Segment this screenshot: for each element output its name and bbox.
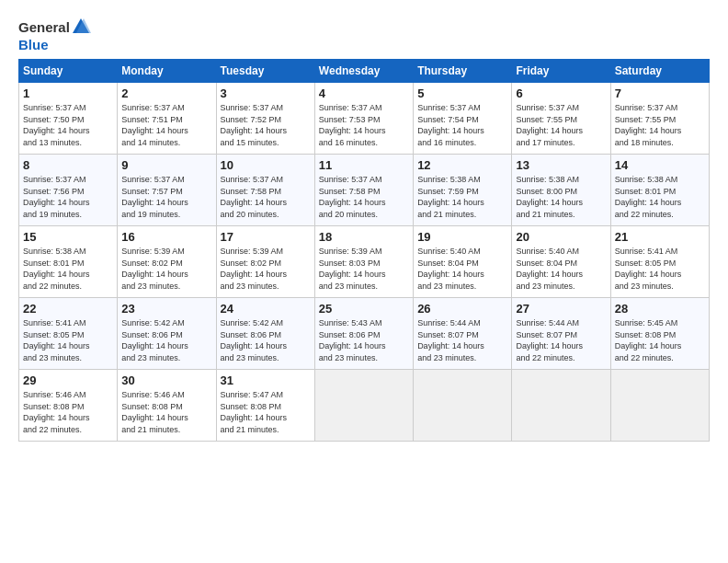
calendar-cell: 5 Sunrise: 5:37 AMSunset: 7:54 PMDayligh… [414, 83, 512, 155]
day-detail: Sunrise: 5:38 AMSunset: 8:01 PMDaylight:… [23, 247, 90, 291]
day-number: 20 [516, 230, 606, 244]
day-number: 8 [23, 158, 113, 172]
day-detail: Sunrise: 5:46 AMSunset: 8:08 PMDaylight:… [23, 390, 90, 434]
calendar-cell: 2 Sunrise: 5:37 AMSunset: 7:51 PMDayligh… [118, 83, 216, 155]
day-number: 22 [23, 302, 113, 316]
calendar-cell [314, 370, 413, 442]
calendar-cell: 4 Sunrise: 5:37 AMSunset: 7:53 PMDayligh… [314, 83, 413, 155]
calendar-cell [610, 370, 709, 442]
day-number: 14 [615, 158, 705, 172]
calendar-cell: 15 Sunrise: 5:38 AMSunset: 8:01 PMDaylig… [19, 226, 118, 298]
day-detail: Sunrise: 5:37 AMSunset: 7:54 PMDaylight:… [417, 103, 484, 147]
calendar-cell: 3 Sunrise: 5:37 AMSunset: 7:52 PMDayligh… [216, 83, 314, 155]
col-header-thursday: Thursday [414, 60, 512, 83]
calendar-cell: 1 Sunrise: 5:37 AMSunset: 7:50 PMDayligh… [19, 83, 118, 155]
calendar-cell: 13 Sunrise: 5:38 AMSunset: 8:00 PMDaylig… [512, 155, 610, 226]
day-detail: Sunrise: 5:37 AMSunset: 7:56 PMDaylight:… [23, 175, 90, 219]
day-number: 11 [319, 158, 409, 172]
day-detail: Sunrise: 5:44 AMSunset: 8:07 PMDaylight:… [516, 318, 583, 362]
calendar-cell: 23 Sunrise: 5:42 AMSunset: 8:06 PMDaylig… [118, 298, 216, 370]
day-number: 24 [221, 302, 311, 316]
day-number: 5 [417, 86, 507, 100]
calendar-cell: 27 Sunrise: 5:44 AMSunset: 8:07 PMDaylig… [512, 298, 610, 370]
day-number: 28 [615, 302, 705, 316]
col-header-friday: Friday [512, 60, 610, 83]
day-number: 31 [221, 373, 311, 387]
calendar-table: SundayMondayTuesdayWednesdayThursdayFrid… [18, 59, 710, 442]
day-detail: Sunrise: 5:39 AMSunset: 8:02 PMDaylight:… [221, 247, 288, 291]
day-number: 25 [319, 302, 409, 316]
day-number: 3 [221, 86, 311, 100]
day-detail: Sunrise: 5:37 AMSunset: 7:58 PMDaylight:… [319, 175, 386, 219]
calendar-cell: 29 Sunrise: 5:46 AMSunset: 8:08 PMDaylig… [19, 370, 118, 442]
day-number: 2 [121, 86, 211, 100]
day-number: 1 [23, 86, 113, 100]
calendar-cell: 21 Sunrise: 5:41 AMSunset: 8:05 PMDaylig… [610, 226, 709, 298]
day-detail: Sunrise: 5:37 AMSunset: 7:58 PMDaylight:… [221, 175, 288, 219]
calendar-cell: 24 Sunrise: 5:42 AMSunset: 8:06 PMDaylig… [216, 298, 314, 370]
logo-icon [71, 17, 91, 37]
calendar-cell: 26 Sunrise: 5:44 AMSunset: 8:07 PMDaylig… [414, 298, 512, 370]
col-header-tuesday: Tuesday [216, 60, 314, 83]
day-detail: Sunrise: 5:40 AMSunset: 8:04 PMDaylight:… [417, 247, 484, 291]
day-number: 12 [417, 158, 507, 172]
calendar-cell: 12 Sunrise: 5:38 AMSunset: 7:59 PMDaylig… [414, 155, 512, 226]
day-number: 19 [417, 230, 507, 244]
day-number: 18 [319, 230, 409, 244]
col-header-monday: Monday [118, 60, 216, 83]
day-detail: Sunrise: 5:42 AMSunset: 8:06 PMDaylight:… [221, 318, 288, 362]
calendar-cell: 10 Sunrise: 5:37 AMSunset: 7:58 PMDaylig… [216, 155, 314, 226]
day-number: 13 [516, 158, 606, 172]
day-number: 4 [319, 86, 409, 100]
calendar-cell: 9 Sunrise: 5:37 AMSunset: 7:57 PMDayligh… [118, 155, 216, 226]
calendar-cell: 8 Sunrise: 5:37 AMSunset: 7:56 PMDayligh… [19, 155, 118, 226]
day-detail: Sunrise: 5:37 AMSunset: 7:55 PMDaylight:… [516, 103, 583, 147]
calendar-cell: 14 Sunrise: 5:38 AMSunset: 8:01 PMDaylig… [610, 155, 709, 226]
day-detail: Sunrise: 5:39 AMSunset: 8:02 PMDaylight:… [121, 247, 188, 291]
day-detail: Sunrise: 5:37 AMSunset: 7:50 PMDaylight:… [23, 103, 90, 147]
day-number: 30 [121, 373, 211, 387]
calendar-cell: 22 Sunrise: 5:41 AMSunset: 8:05 PMDaylig… [19, 298, 118, 370]
calendar-cell: 30 Sunrise: 5:46 AMSunset: 8:08 PMDaylig… [118, 370, 216, 442]
day-detail: Sunrise: 5:37 AMSunset: 7:57 PMDaylight:… [121, 175, 188, 219]
calendar-cell: 18 Sunrise: 5:39 AMSunset: 8:03 PMDaylig… [314, 226, 413, 298]
day-detail: Sunrise: 5:37 AMSunset: 7:55 PMDaylight:… [615, 103, 682, 147]
calendar-cell: 28 Sunrise: 5:45 AMSunset: 8:08 PMDaylig… [610, 298, 709, 370]
day-number: 9 [121, 158, 211, 172]
day-number: 29 [23, 373, 113, 387]
calendar-cell: 17 Sunrise: 5:39 AMSunset: 8:02 PMDaylig… [216, 226, 314, 298]
day-detail: Sunrise: 5:45 AMSunset: 8:08 PMDaylight:… [615, 318, 682, 362]
day-detail: Sunrise: 5:38 AMSunset: 7:59 PMDaylight:… [417, 175, 484, 219]
calendar-cell: 7 Sunrise: 5:37 AMSunset: 7:55 PMDayligh… [610, 83, 709, 155]
day-number: 26 [417, 302, 507, 316]
logo: General Blue [18, 17, 92, 53]
day-detail: Sunrise: 5:39 AMSunset: 8:03 PMDaylight:… [319, 247, 386, 291]
day-detail: Sunrise: 5:41 AMSunset: 8:05 PMDaylight:… [615, 247, 682, 291]
calendar-cell: 16 Sunrise: 5:39 AMSunset: 8:02 PMDaylig… [118, 226, 216, 298]
day-number: 15 [23, 230, 113, 244]
logo-general: General [18, 19, 70, 35]
logo-blue: Blue [18, 37, 49, 52]
calendar-cell: 6 Sunrise: 5:37 AMSunset: 7:55 PMDayligh… [512, 83, 610, 155]
calendar-cell [512, 370, 610, 442]
day-detail: Sunrise: 5:38 AMSunset: 8:01 PMDaylight:… [615, 175, 682, 219]
day-detail: Sunrise: 5:37 AMSunset: 7:52 PMDaylight:… [221, 103, 288, 147]
day-number: 23 [121, 302, 211, 316]
calendar-cell: 19 Sunrise: 5:40 AMSunset: 8:04 PMDaylig… [414, 226, 512, 298]
calendar-cell: 20 Sunrise: 5:40 AMSunset: 8:04 PMDaylig… [512, 226, 610, 298]
day-number: 7 [615, 86, 705, 100]
calendar-cell: 31 Sunrise: 5:47 AMSunset: 8:08 PMDaylig… [216, 370, 314, 442]
calendar-cell: 25 Sunrise: 5:43 AMSunset: 8:06 PMDaylig… [314, 298, 413, 370]
day-detail: Sunrise: 5:47 AMSunset: 8:08 PMDaylight:… [221, 390, 288, 434]
day-detail: Sunrise: 5:37 AMSunset: 7:53 PMDaylight:… [319, 103, 386, 147]
day-number: 27 [516, 302, 606, 316]
col-header-saturday: Saturday [610, 60, 709, 83]
day-number: 17 [221, 230, 311, 244]
day-detail: Sunrise: 5:41 AMSunset: 8:05 PMDaylight:… [23, 318, 90, 362]
day-detail: Sunrise: 5:46 AMSunset: 8:08 PMDaylight:… [121, 390, 188, 434]
day-number: 16 [121, 230, 211, 244]
day-detail: Sunrise: 5:43 AMSunset: 8:06 PMDaylight:… [319, 318, 386, 362]
calendar-cell [414, 370, 512, 442]
col-header-wednesday: Wednesday [314, 60, 413, 83]
day-detail: Sunrise: 5:38 AMSunset: 8:00 PMDaylight:… [516, 175, 583, 219]
